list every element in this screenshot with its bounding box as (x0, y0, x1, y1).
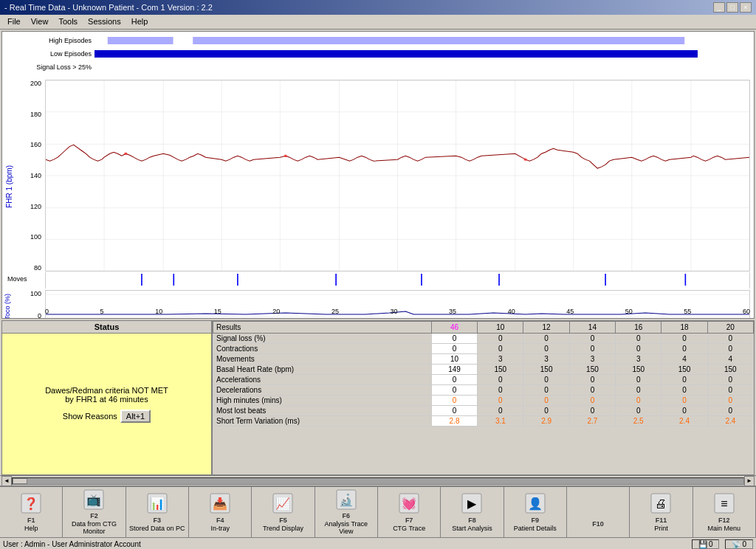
svg-text:🔬: 🔬 (339, 493, 354, 507)
row-main-val: 149 (431, 365, 477, 375)
scrollbar-track[interactable] (12, 477, 744, 485)
fkey-icon-f1: ❓ (19, 491, 43, 515)
svg-text:📥: 📥 (213, 497, 227, 511)
menu-file[interactable]: File (3, 16, 25, 27)
bottom-panels: Status Dawes/Redman criteria NOT MET by … (1, 320, 755, 475)
svg-point-22 (124, 152, 127, 155)
counter2-icon: 📡 (732, 540, 740, 548)
fkey-label-f11: Print (654, 525, 668, 533)
close-button[interactable]: × (740, 2, 752, 13)
fkey-f4[interactable]: 📥 F4In-tray (189, 487, 252, 537)
svg-text:📺: 📺 (86, 493, 101, 507)
row-main-val: 0 (431, 385, 477, 396)
fkey-f6[interactable]: 🔬 F6Analysis Trace View (315, 487, 378, 537)
fkey-f7[interactable]: 💓 F7CTG Trace (378, 487, 441, 537)
minimize-button[interactable]: _ (713, 2, 725, 13)
user-info: User : Admin - User Administrator Accoun… (3, 540, 141, 548)
col-12: 12 (523, 322, 569, 334)
scrollbar-thumb[interactable] (13, 478, 27, 484)
counter2: 0 (742, 540, 746, 548)
fkey-num-f12: F12 (718, 517, 730, 524)
x-10: 10 (155, 308, 162, 318)
show-reasons-button[interactable]: Alt+1 (120, 410, 151, 423)
row-cell: 0 (478, 396, 523, 406)
row-cell: 0 (478, 385, 523, 396)
toco-y-0: 0 (38, 312, 41, 319)
row-cell: 2.7 (569, 416, 615, 427)
fkey-label-f8: Start Analysis (452, 525, 492, 533)
row-cell: 0 (478, 334, 523, 344)
y-200: 200 (30, 80, 41, 87)
fkey-f10[interactable]: F10 (567, 487, 630, 537)
fkey-f5[interactable]: 📈 F5Trend Display (252, 487, 315, 537)
statusbar: User : Admin - User Administrator Accoun… (0, 537, 756, 549)
fkey-icon-f4: 📥 (208, 491, 232, 515)
row-cell: 0 (662, 385, 707, 396)
scroll-left-button[interactable]: ◄ (1, 476, 12, 486)
row-cell: 0 (478, 375, 523, 385)
row-cell: 2.4 (707, 416, 753, 427)
status-body: Dawes/Redman criteria NOT MET by FHR1 at… (2, 334, 211, 474)
row-cell: 0 (707, 385, 753, 396)
row-cell: 0 (707, 406, 753, 416)
fkey-icon-f3: 📊 (145, 491, 169, 515)
menu-help[interactable]: Help (127, 16, 153, 27)
table-row: Basal Heart Rate (bpm)149150150150150150… (213, 365, 754, 375)
fkey-f11[interactable]: 🖨 F11Print (630, 487, 693, 537)
row-cell: 0 (616, 344, 662, 354)
fkey-f1[interactable]: ❓ F1Help (0, 487, 63, 537)
row-main-val: 0 (431, 406, 477, 416)
toco-y-100: 100 (30, 290, 41, 297)
fkey-f8[interactable]: ▶ F8Start Analysis (441, 487, 504, 537)
col-16: 16 (616, 322, 662, 334)
fkey-label-f9: Patient Details (514, 525, 557, 533)
results-header: Results (213, 322, 432, 334)
fkey-num-f6: F6 (343, 512, 351, 519)
titlebar: - Real Time Data - Unknown Patient - Com… (0, 0, 756, 15)
row-label: Signal loss (%) (213, 334, 432, 344)
row-cell: 0 (616, 334, 662, 344)
fkey-num-f10: F10 (592, 520, 604, 528)
menu-view[interactable]: View (27, 16, 53, 27)
fkey-label-f7: CTG Trace (393, 525, 425, 533)
x-45: 45 (566, 308, 574, 318)
row-label: Movements (213, 354, 432, 365)
fkey-bar: ❓ F1Help 📺 F2Data from CTG Monitor 📊 F3S… (0, 486, 756, 537)
svg-rect-2 (94, 50, 698, 58)
row-cell: 0 (662, 406, 707, 416)
row-cell: 0 (662, 344, 707, 354)
fkey-f9[interactable]: 👤 F9Patient Details (504, 487, 567, 537)
fkey-icon-f8: ▶ (460, 491, 484, 515)
svg-text:👤: 👤 (528, 497, 543, 511)
svg-text:💓: 💓 (402, 497, 416, 511)
svg-point-23 (284, 154, 287, 157)
fkey-f3[interactable]: 📊 F3Stored Data on PC (126, 487, 189, 537)
fkey-num-f8: F8 (468, 517, 476, 524)
fkey-icon-f9: 👤 (523, 491, 547, 515)
row-cell: 0 (616, 406, 662, 416)
show-reasons-label: Show Reasons (63, 412, 117, 421)
y-160: 160 (30, 141, 41, 148)
table-row: Most lost beats0000000 (213, 406, 754, 416)
menu-sessions[interactable]: Sessions (83, 16, 126, 27)
menu-tools[interactable]: Tools (54, 16, 82, 27)
svg-text:▶: ▶ (467, 497, 477, 510)
row-cell: 4 (662, 354, 707, 365)
status-header: Status (2, 321, 211, 334)
menubar: File View Tools Sessions Help (0, 15, 756, 30)
fkey-f12[interactable]: ≡ F12Main Menu (693, 487, 756, 537)
fkey-f2[interactable]: 📺 F2Data from CTG Monitor (63, 487, 126, 537)
status-panel: Status Dawes/Redman criteria NOT MET by … (2, 321, 213, 474)
table-row: Movements10333344 (213, 354, 754, 365)
x-30: 30 (390, 308, 397, 318)
maximize-button[interactable]: □ (726, 2, 738, 13)
svg-rect-1 (193, 37, 684, 44)
svg-text:📈: 📈 (275, 497, 290, 511)
row-cell: 0 (569, 406, 615, 416)
fkey-label-f4: In-tray (210, 525, 230, 533)
x-25: 25 (331, 308, 339, 318)
fkey-num-f7: F7 (405, 517, 413, 524)
row-cell: 4 (707, 354, 753, 365)
row-cell: 0 (569, 385, 615, 396)
scroll-right-button[interactable]: ► (744, 476, 755, 486)
